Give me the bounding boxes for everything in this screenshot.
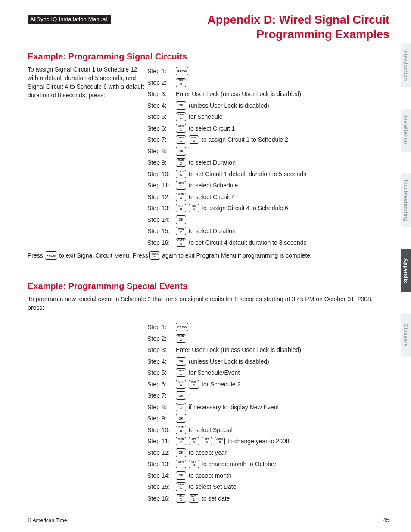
step-row: Step 15:MON2to select Duration — [147, 226, 389, 236]
keypad-key: PROG — [176, 67, 188, 75]
step-label: Step 15: — [147, 227, 173, 234]
step-row: Step 11:SUN1to select Schedule — [147, 180, 389, 190]
step-text: Enter User Lock (unless User Lock is dis… — [176, 90, 301, 97]
keypad-key: SUN1 — [176, 181, 186, 190]
section-title-special-events: Example: Programming Special Events — [28, 281, 389, 291]
step-text: to change year to 2008 — [227, 438, 289, 445]
keypad-key: OFF0 — [189, 460, 199, 468]
page: AllSync IQ Installation Manual Appendix … — [0, 0, 411, 532]
step-row: Step 2:MON2 — [147, 333, 389, 344]
keypad-key: OFF0 — [202, 437, 212, 445]
keypad-key: OFF0 — [176, 380, 186, 389]
step-text: (unless User Lock is disabled) — [189, 102, 269, 109]
side-tab-introduction[interactable]: Introduction — [401, 43, 411, 87]
step-row: Step 3:Enter User Lock (unless User Lock… — [147, 345, 389, 355]
step-row: Step 12:WED4to select Circuit 4 — [147, 192, 389, 202]
intro-special-events: To program a new special event in Schedu… — [28, 295, 389, 312]
keypad-key: SUN1 — [189, 494, 199, 503]
step-label: Step 11: — [147, 182, 173, 189]
step-label: Step 5: — [147, 113, 173, 120]
footnote-text: again to exit Program Menu if programmin… — [162, 252, 312, 259]
keypad-key: TUE3 — [176, 78, 186, 87]
step-label: Step 1: — [147, 68, 173, 75]
page-title-line2: Programming Examples — [256, 28, 389, 41]
step-row: Step 16:TUE3SUN1to set date — [147, 493, 389, 504]
step-text: to select Schedule — [189, 182, 238, 189]
step-row: Step 6:OFF0MON2for Schedule 2 — [147, 379, 389, 389]
keypad-key: OK — [176, 391, 186, 400]
header: AllSync IQ Installation Manual Appendix … — [28, 13, 389, 42]
step-label: Step 6: — [147, 381, 173, 388]
step-text: to select Duration — [189, 159, 236, 166]
step-label: Step 14: — [147, 216, 173, 223]
side-tab-glossary[interactable]: Glossary — [401, 314, 411, 357]
keypad-key: SUN1 — [176, 482, 186, 491]
step-text: to change month to October — [202, 460, 277, 467]
keypad-key: MON2 — [176, 158, 186, 167]
keypad-key: OK — [176, 448, 186, 457]
step-row: Step 7:OK — [147, 390, 389, 401]
step-text: for Schedule/Event — [189, 369, 240, 376]
step-text: to set Circuit 4 default duration to 8 s… — [189, 239, 306, 246]
keypad-key: OK — [176, 357, 186, 366]
keypad-key: OFF0 — [189, 437, 199, 445]
keypad-key: SUN1 — [176, 460, 186, 468]
keypad-key: PREV< — [176, 403, 186, 411]
step-row: Step 16:AUTO8to set Circuit 4 default du… — [147, 237, 389, 248]
side-tab-installation[interactable]: Installation — [401, 109, 411, 152]
step-label: Step 7: — [147, 136, 173, 143]
step-text: to set Circuit 1 default duration to 5 s… — [189, 171, 306, 177]
side-tab-troubleshooting[interactable]: Troubleshooting — [401, 173, 411, 228]
step-text: to assign Circuit 4 to Schedule 6 — [202, 205, 288, 212]
keypad-key: SUN1 — [176, 135, 186, 144]
step-row: Step 8:PREV<if necessary to display New … — [147, 402, 389, 412]
steps-signal-circuits: Step 1:PROGStep 2:TUE3Step 3:Enter User … — [147, 65, 389, 249]
step-text: to select Set Date — [189, 483, 237, 490]
step-label: Step 13: — [147, 460, 173, 467]
side-tab-appendix[interactable]: Appendix — [401, 249, 411, 292]
step-label: Step 10: — [147, 171, 173, 177]
footnote-text: Press — [28, 252, 43, 259]
step-label: Step 10: — [147, 426, 173, 433]
step-row: Step 11:MON2OFF0OFF0AUTO8to change year … — [147, 436, 389, 446]
step-row: Step 5:SUN1for Schedule — [147, 112, 389, 122]
step-row: Step 7:SUN1MON2to assign Circuit 1 to Sc… — [147, 134, 389, 145]
step-label: Step 11: — [147, 438, 173, 445]
step-row: Step 13:SUN1OFF0to change month to Octob… — [147, 459, 389, 469]
keypad-key: AUTO8 — [176, 238, 186, 247]
keypad-key: PROG — [45, 251, 57, 260]
step-text: to accept year — [189, 449, 227, 456]
step-row: Step 2:TUE3 — [147, 78, 389, 88]
step-text: to select Circuit 1 — [189, 125, 235, 132]
step-row: Step 6:SUN1to select Circuit 1 — [147, 123, 389, 134]
step-row: Step 9:MON2to select Duration — [147, 157, 389, 168]
manual-title: AllSync IQ Installation Manual — [28, 15, 111, 24]
step-text: to set date — [202, 495, 230, 502]
footnote-signal-circuits: PressPROGto exit Signal Circuit Menu. Pr… — [28, 251, 389, 260]
step-row: Step 1:PROG — [147, 322, 389, 332]
step-row: Step 5:SUN1for Schedule/Event — [147, 367, 389, 378]
step-row: Step 4:OK(unless User Lock is disabled) — [147, 356, 389, 367]
step-row: Step 15:SUN1to select Set Date — [147, 482, 389, 492]
keypad-key: OFF0 — [176, 204, 186, 212]
keypad-key: SUN1 — [176, 124, 186, 133]
step-label: Step 3: — [147, 90, 173, 97]
steps-special-events: Step 1:PROGStep 2:MON2Step 3:Enter User … — [147, 321, 389, 505]
step-text: to assign Circuit 1 to Schedule 2 — [202, 136, 288, 143]
keypad-key: SUN1 — [176, 112, 186, 121]
keypad-key: OK — [176, 414, 186, 423]
step-label: Step 5: — [147, 369, 173, 376]
step-text: for Schedule — [189, 113, 223, 120]
keypad-key: OK — [176, 471, 186, 480]
step-label: Step 8: — [147, 148, 173, 155]
step-row: Step 12:OKto accept year — [147, 448, 389, 458]
keypad-key: MON2 — [176, 437, 186, 445]
step-text: for Schedule 2 — [202, 381, 240, 388]
step-label: Step 4: — [147, 102, 173, 109]
keypad-key: PROG — [176, 323, 188, 331]
step-label: Step 2: — [147, 335, 173, 342]
keypad-key: AUTO8 — [215, 437, 225, 445]
section-title-signal-circuits: Example: Programming Signal Circuits — [28, 52, 389, 62]
step-label: Step 1: — [147, 324, 173, 330]
step-label: Step 16: — [147, 495, 173, 502]
